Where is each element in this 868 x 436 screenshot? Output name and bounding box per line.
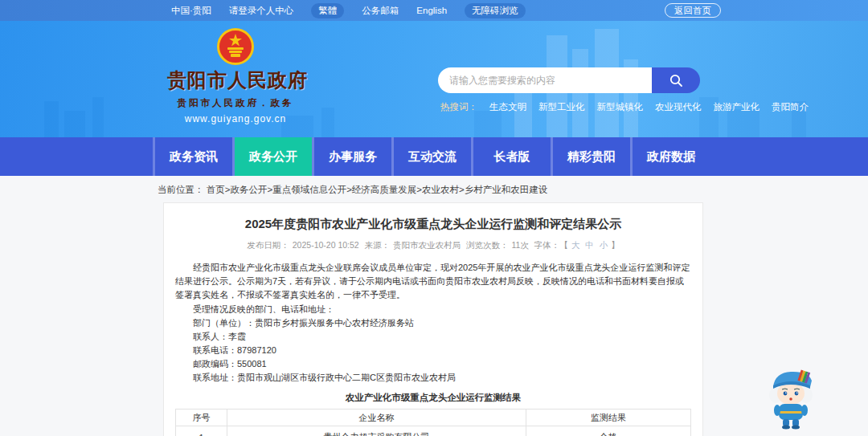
table-header-result: 监测结果	[526, 410, 690, 426]
nav-tab-jingcai-guiyang[interactable]: 精彩贵阳	[553, 137, 630, 176]
table-caption: 农业产业化市级重点龙头企业运行监测结果	[175, 392, 691, 404]
publish-date: 2025-10-20 10:52	[293, 240, 359, 250]
nav-tabs: 政务资讯 政务公开 办事服务 互动交流 长者版 精彩贵阳 政府数据	[153, 137, 710, 176]
article-paragraph-intro: 经贵阳市农业产业化市级重点龙头企业联席会议成员单位审定，现对2025年开展的农业…	[175, 261, 691, 302]
topbar-link-china-guiyang[interactable]: 中国·贵阳	[171, 5, 211, 17]
article-body: 经贵阳市农业产业化市级重点龙头企业联席会议成员单位审定，现对2025年开展的农业…	[175, 261, 691, 385]
row-result: 合格	[526, 426, 690, 436]
font-size-small-button[interactable]: 小	[600, 240, 608, 250]
article-card: 2025年度贵阳市农业产业化市级重点龙头企业运行监测和评定结果公示 发布日期：2…	[163, 202, 703, 436]
publish-date-label: 发布日期：	[247, 240, 289, 250]
topbar-traditional-chinese-link[interactable]: 繁體	[311, 3, 344, 18]
monitoring-result-table: 序号 企业名称 监测结果 1 贵州合力超市采购有限公司 合格 2 贵州友禾种业有…	[175, 409, 691, 436]
hot-word-link[interactable]: 旅游产业化	[714, 101, 760, 113]
search-input[interactable]	[438, 67, 652, 93]
font-size-bracket: 】	[611, 240, 620, 250]
nav-tab-zhangzheban[interactable]: 长者版	[473, 137, 551, 176]
site-banner: 贵阳市人民政府 贵阳市人民政府．政务 www.guiyang.gov.cn 热搜…	[0, 21, 868, 137]
city-skyline-decoration	[0, 21, 868, 137]
views-label: 浏览次数：	[466, 240, 509, 250]
source-value: 贵阳市农业农村局	[393, 240, 461, 250]
contact-postcode: 邮政编码：550081	[175, 357, 691, 371]
topbar-english-link[interactable]: English	[416, 6, 447, 15]
nav-tab-zhengfu-shuju[interactable]: 政府数据	[633, 137, 710, 176]
contact-department: 部门（单位）：贵阳市乡村振兴服务中心农村经济服务站	[175, 316, 691, 330]
breadcrumb-label: 当前位置：	[158, 185, 204, 194]
topbar-accessibility-link[interactable]: 无障碍浏览	[465, 3, 526, 18]
source-label: 来源：	[365, 240, 391, 250]
site-subtitle: 贵阳市人民政府．政务	[167, 97, 304, 109]
contact-address: 联系地址：贵阳市观山湖区市级行政中心二期C区贵阳市农业农村局	[175, 371, 691, 385]
hot-search-bar: 热搜词： 生态文明 新型工业化 新型城镇化 农业现代化 旅游产业化 贵阳简介	[440, 101, 809, 113]
back-home-button[interactable]: 返回首页	[665, 3, 721, 18]
row-company: 贵州合力超市采购有限公司	[227, 426, 526, 436]
hot-word-link[interactable]: 贵阳简介	[772, 101, 809, 113]
hot-word-link[interactable]: 生态文明	[489, 101, 526, 113]
topbar-official-mail-link[interactable]: 公务邮箱	[362, 5, 399, 17]
contact-phone: 联系电话：87987120	[175, 344, 691, 357]
row-no: 1	[176, 426, 227, 436]
article-paragraph-contact-intro: 受理情况反映的部门、电话和地址：	[175, 303, 691, 316]
table-row: 1 贵州合力超市采购有限公司 合格	[176, 426, 691, 436]
table-header-company: 企业名称	[227, 410, 526, 426]
font-size-large-button[interactable]: 大	[571, 240, 580, 250]
search-icon	[669, 73, 683, 88]
nav-tab-banshi-fuwu[interactable]: 办事服务	[314, 137, 391, 176]
site-title: 贵阳市人民政府	[167, 67, 304, 93]
views-value: 11次	[512, 240, 529, 250]
nav-tab-zhengwu-zixun[interactable]: 政务资讯	[155, 137, 232, 176]
national-emblem-icon	[216, 27, 255, 66]
top-utility-bar: 中国·贵阳 请登录个人中心 繁體 公务邮箱 English 无障碍浏览 返回首页	[0, 0, 868, 21]
table-header-row: 序号 企业名称 监测结果	[176, 410, 691, 426]
hot-word-link[interactable]: 新型城镇化	[597, 101, 644, 113]
article-title: 2025年度贵阳市农业产业化市级重点龙头企业运行监测和评定结果公示	[175, 216, 691, 232]
table-header-no: 序号	[176, 410, 227, 426]
article-meta: 发布日期：2025-10-20 10:52 来源：贵阳市农业农村局 浏览次数：1…	[175, 240, 691, 251]
main-navigation: 政务资讯 政务公开 办事服务 互动交流 长者版 精彩贵阳 政府数据	[0, 137, 868, 176]
topbar-login-link[interactable]: 请登录个人中心	[229, 5, 294, 17]
search-button[interactable]	[652, 67, 700, 93]
contact-person: 联系人：李霞	[175, 330, 691, 344]
font-size-label: 字体：【	[534, 240, 568, 250]
breadcrumb: 当前位置： 首页>政务公开>重点领域信息公开>经济高质量发展>农业农村>乡村产业…	[158, 184, 868, 196]
hot-search-label: 热搜词：	[440, 101, 477, 113]
breadcrumb-path[interactable]: 首页>政务公开>重点领域信息公开>经济高质量发展>农业农村>乡村产业和农田建设	[207, 185, 548, 194]
hot-word-link[interactable]: 新型工业化	[538, 101, 585, 113]
mascot-assistant[interactable]	[764, 361, 818, 430]
site-logo[interactable]: 贵阳市人民政府 贵阳市人民政府．政务 www.guiyang.gov.cn	[167, 27, 304, 124]
font-size-medium-button[interactable]: 中	[585, 240, 594, 250]
hot-word-link[interactable]: 农业现代化	[655, 101, 702, 113]
nav-tab-hudong-jiaoliu[interactable]: 互动交流	[394, 137, 471, 176]
search-bar	[438, 67, 700, 93]
site-url: www.guiyang.gov.cn	[167, 113, 304, 124]
nav-tab-zhengwu-gongkai[interactable]: 政务公开	[235, 137, 312, 176]
topbar-links: 中国·贵阳 请登录个人中心 繁體 公务邮箱 English 无障碍浏览	[171, 3, 526, 18]
